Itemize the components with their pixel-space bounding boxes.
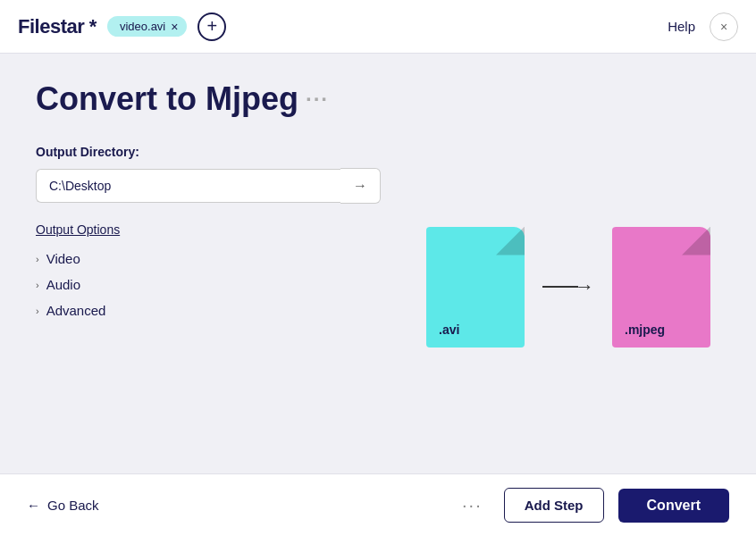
conversion-visual: .avi → .mjpeg <box>426 227 710 348</box>
option-advanced[interactable]: › Advanced <box>36 303 381 318</box>
option-audio[interactable]: › Audio <box>36 277 381 292</box>
target-file-corner <box>682 227 710 255</box>
left-panel: Output Directory: → Output Options › Vid… <box>36 145 381 456</box>
help-link[interactable]: Help <box>668 19 695 34</box>
add-file-button[interactable]: + <box>197 13 226 41</box>
source-file-corner <box>496 227 525 255</box>
app-header: Filestar * video.avi × + Help × <box>0 0 756 54</box>
chevron-advanced-icon: › <box>36 306 39 316</box>
conversion-arrow: → <box>542 275 594 298</box>
chevron-video-icon: › <box>36 254 39 264</box>
title-dots: ··· <box>306 87 329 112</box>
convert-button[interactable]: Convert <box>618 489 729 523</box>
header-left: Filestar * video.avi × + <box>18 13 226 41</box>
dir-input-row: → <box>36 168 381 204</box>
go-back-button[interactable]: ← Go Back <box>27 498 99 513</box>
file-tag[interactable]: video.avi × <box>107 16 188 37</box>
more-options-button[interactable]: ··· <box>455 491 490 519</box>
source-file-body: .avi <box>426 227 525 348</box>
output-dir-input[interactable] <box>36 169 340 203</box>
add-step-button[interactable]: Add Step <box>504 488 604 523</box>
close-icon: × <box>720 20 727 34</box>
back-arrow-icon: ← <box>27 498 40 513</box>
page-title: Convert to Mjpeg ··· <box>36 80 720 118</box>
page-title-text: Convert to Mjpeg <box>36 80 298 118</box>
chevron-audio-icon: › <box>36 280 39 290</box>
options-list: › Video › Audio › Advanced <box>36 251 381 318</box>
dir-browse-button[interactable]: → <box>340 168 381 204</box>
close-button[interactable]: × <box>710 13 738 41</box>
source-file-ext: .avi <box>439 322 459 337</box>
option-audio-label: Audio <box>46 277 80 292</box>
option-video-label: Video <box>46 251 80 266</box>
target-file-body: .mjpeg <box>612 227 710 348</box>
source-file-card: .avi <box>426 227 525 348</box>
file-tag-close-icon[interactable]: × <box>171 21 178 33</box>
option-video[interactable]: › Video <box>36 251 381 266</box>
output-dir-label: Output Directory: <box>36 145 381 159</box>
go-back-label: Go Back <box>47 498 99 513</box>
app-footer: ← Go Back ··· Add Step Convert <box>0 473 756 536</box>
arrow-line: → <box>542 275 594 298</box>
header-right: Help × <box>668 13 738 41</box>
target-file-card: .mjpeg <box>612 227 710 348</box>
right-panel: .avi → .mjpeg <box>416 145 720 456</box>
app-title: Filestar * <box>18 15 97 38</box>
target-file-ext: .mjpeg <box>625 322 665 337</box>
arrow-right-icon: → <box>353 178 367 194</box>
footer-right: ··· Add Step Convert <box>455 488 729 523</box>
content-area: Output Directory: → Output Options › Vid… <box>36 145 720 456</box>
file-tag-label: video.avi <box>120 20 165 33</box>
arrow-head-icon: → <box>575 275 594 298</box>
output-options-link[interactable]: Output Options <box>36 222 120 237</box>
more-dots-icon: ··· <box>462 495 483 515</box>
main-content: Convert to Mjpeg ··· Output Directory: →… <box>0 54 756 473</box>
option-advanced-label: Advanced <box>46 303 106 318</box>
